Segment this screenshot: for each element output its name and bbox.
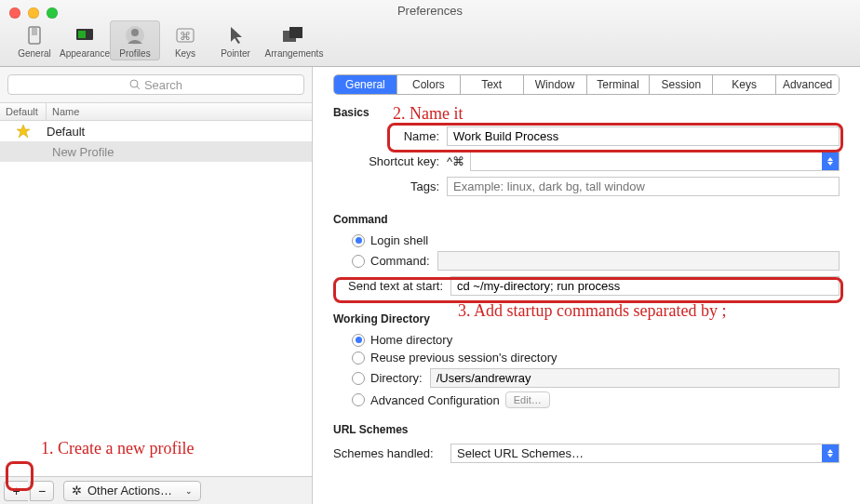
section-basics: Basics Name: Shortcut key: ^⌘ Tags:	[333, 106, 840, 202]
schemes-label: Schemes handled:	[333, 446, 450, 460]
radio-icon	[352, 234, 365, 247]
name-field[interactable]	[447, 126, 840, 146]
edit-button[interactable]: Edit…	[505, 391, 550, 408]
sidebar-footer: + − ✲ Other Actions… ⌄	[0, 476, 312, 504]
svg-rect-9	[289, 27, 302, 38]
toolbar-pointer[interactable]: Pointer	[210, 20, 261, 60]
section-command: Command Login shell Command: Send text a…	[333, 213, 840, 301]
add-profile-button[interactable]: +	[4, 481, 28, 501]
tab-keys[interactable]: Keys	[712, 75, 775, 94]
directory-field[interactable]	[430, 368, 840, 388]
window-title: Preferences	[0, 4, 860, 18]
settings-tabs: General Colors Text Window Terminal Sess…	[333, 74, 840, 95]
svg-point-5	[131, 29, 139, 36]
svg-point-10	[130, 80, 138, 87]
preferences-toolbar: General Appearance Profiles ⌘ Keys Point…	[9, 20, 328, 60]
profiles-sidebar: Search Default Name Default New Profile	[0, 67, 313, 504]
radio-icon	[352, 393, 365, 406]
preferences-window: Preferences General Appearance Profiles …	[0, 0, 860, 504]
svg-line-11	[137, 86, 140, 89]
cursor-icon	[223, 23, 248, 47]
radio-reuse-dir[interactable]: Reuse previous session's directory	[333, 351, 840, 365]
tab-general[interactable]: General	[334, 75, 396, 94]
tab-text[interactable]: Text	[460, 75, 523, 94]
name-label: Name:	[376, 129, 447, 143]
tab-window[interactable]: Window	[523, 75, 586, 94]
svg-rect-1	[32, 28, 37, 35]
shortcut-combo[interactable]	[470, 152, 840, 171]
titlebar: Preferences General Appearance Profiles …	[0, 0, 860, 67]
toolbar-profiles[interactable]: Profiles	[110, 20, 160, 60]
toolbar-general[interactable]: General	[9, 20, 60, 60]
person-icon	[123, 23, 147, 47]
chevron-down-icon: ⌄	[185, 486, 193, 496]
svg-rect-3	[78, 31, 86, 38]
radio-icon	[352, 255, 365, 268]
profile-settings-main: General Colors Text Window Terminal Sess…	[313, 67, 860, 504]
radio-login-shell[interactable]: Login shell	[333, 233, 840, 247]
command-field[interactable]	[437, 251, 840, 271]
radio-home-dir[interactable]: Home directory	[333, 333, 840, 347]
star-icon	[16, 124, 31, 139]
toolbar-arrangements[interactable]: Arrangements	[261, 20, 328, 60]
radio-icon	[352, 351, 365, 365]
radio-icon	[352, 334, 365, 347]
tab-session[interactable]: Session	[649, 75, 712, 94]
tab-colors[interactable]: Colors	[396, 75, 460, 94]
shortcut-hint: ^⌘	[447, 154, 464, 168]
toolbar-keys[interactable]: ⌘ Keys	[160, 20, 210, 60]
search-icon	[129, 79, 141, 90]
profiles-list[interactable]: Default New Profile	[0, 121, 312, 476]
command-key-icon: ⌘	[173, 23, 197, 47]
section-workdir: Working Directory Home directory Reuse p…	[333, 312, 840, 412]
tags-field[interactable]	[447, 177, 840, 196]
profile-row-default[interactable]: Default	[0, 121, 312, 141]
tab-terminal[interactable]: Terminal	[586, 75, 650, 94]
other-actions-dropdown[interactable]: ✲ Other Actions… ⌄	[63, 481, 201, 501]
switch-icon	[22, 23, 47, 47]
schemes-combo[interactable]: Select URL Schemes…	[450, 444, 840, 463]
remove-profile-button[interactable]: −	[30, 481, 54, 501]
shortcut-label: Shortcut key:	[337, 154, 447, 168]
search-input[interactable]: Search	[7, 74, 304, 95]
list-header: Default Name	[0, 102, 312, 121]
radio-icon	[352, 372, 365, 385]
send-label: Send text at start:	[333, 279, 450, 293]
windows-icon	[280, 23, 308, 47]
tab-advanced[interactable]: Advanced	[775, 75, 839, 94]
gear-icon: ✲	[72, 484, 82, 497]
col-name[interactable]: Name	[47, 103, 312, 120]
content: Search Default Name Default New Profile	[0, 67, 860, 504]
toolbar-appearance[interactable]: Appearance	[60, 20, 110, 60]
monitor-icon	[73, 23, 97, 47]
radio-directory[interactable]: Directory:	[333, 368, 840, 388]
updown-arrow-icon	[822, 444, 839, 462]
radio-advanced-config[interactable]: Advanced Configuration Edit…	[333, 391, 840, 408]
send-text-field[interactable]	[450, 276, 840, 296]
profile-row-new[interactable]: New Profile	[0, 141, 312, 162]
radio-command[interactable]: Command:	[333, 251, 840, 271]
section-url-schemes: URL Schemes Schemes handled: Select URL …	[333, 423, 840, 469]
tags-label: Tags:	[376, 179, 447, 193]
updown-arrow-icon	[822, 153, 839, 170]
svg-text:⌘: ⌘	[180, 30, 191, 43]
col-default[interactable]: Default	[0, 103, 47, 120]
